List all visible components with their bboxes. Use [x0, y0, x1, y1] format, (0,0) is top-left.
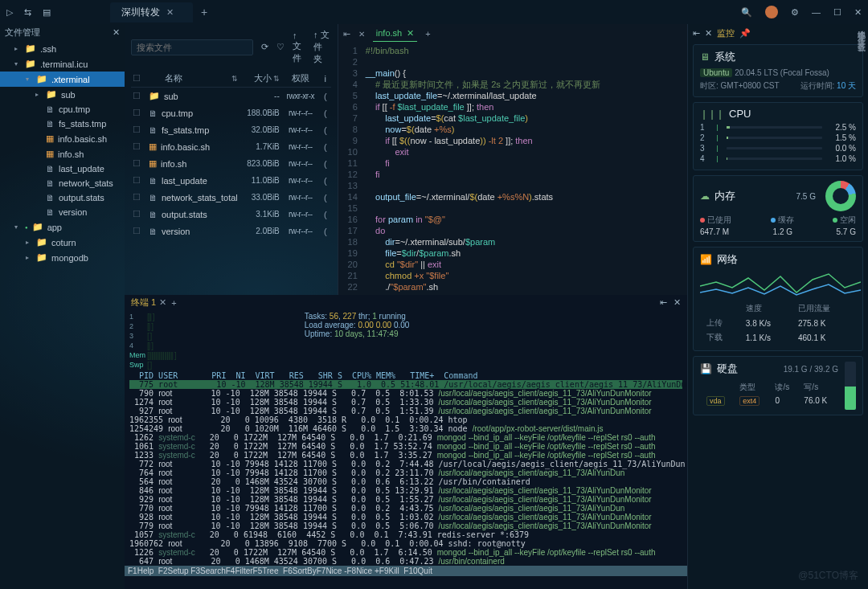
monitor-title: 监控: [717, 27, 735, 39]
transfer-icon[interactable]: ⇆: [24, 7, 31, 18]
process-row[interactable]: 790 root 10 -10 128M 38548 19944 S 0.7 0…: [129, 389, 682, 398]
process-row[interactable]: 1274 root 10 -10 128M 38548 19944 S 0.7 …: [129, 398, 682, 407]
disk-card: 💾硬盘 19.1 G / 39.2 G 类型读/s写/s vdaext4076.…: [693, 356, 863, 415]
panel-close-icon[interactable]: ✕: [358, 30, 365, 39]
run-icon[interactable]: ▷: [6, 7, 13, 18]
tree-item[interactable]: ▸📁mongodb: [0, 250, 125, 265]
list-icon[interactable]: ▤: [43, 7, 51, 18]
tree-item[interactable]: ▸📁.ssh: [0, 41, 125, 56]
tree-item[interactable]: ▦info.sh: [0, 146, 125, 162]
process-row[interactable]: 775 root 10 -10 128M 38548 19944 S 1.0 0…: [129, 380, 682, 389]
process-row[interactable]: 928 root 10 -10 128M 38548 19944 S 0.0 0…: [129, 513, 682, 522]
process-row[interactable]: 770 root 10 -10 79948 14128 11700 S 0.0 …: [129, 504, 682, 513]
process-row[interactable]: 846 root 10 -10 128M 38548 19944 S 0.0 0…: [129, 486, 682, 495]
tree-item[interactable]: ▦info.basic.sh: [0, 131, 125, 146]
file-row[interactable]: ☐🗎network_stats_total33.0BiBrw-r--r--(: [131, 189, 331, 206]
search-icon[interactable]: 🔍: [741, 7, 752, 18]
wifi-icon: 📶: [700, 254, 712, 265]
terminal-tab[interactable]: 终端 1: [131, 297, 156, 309]
sidebar-close-icon[interactable]: ✕: [113, 27, 120, 38]
sidebar-title: 文件管理: [5, 27, 40, 39]
col-name[interactable]: 名称: [165, 72, 230, 84]
terminal-close-icon[interactable]: ✕: [159, 297, 166, 308]
panel-close-icon[interactable]: ✕: [705, 28, 712, 39]
close-window-icon[interactable]: ✕: [854, 7, 862, 18]
tree-item[interactable]: 🗎fs_stats.tmp: [0, 117, 125, 131]
tree-item[interactable]: ▾📁.xterminal: [0, 72, 125, 87]
cpu-card: ❘❘❘CPU 1❘2.5 %2❘1.5 %3❘0.0 %4❘1.0 %: [693, 102, 863, 170]
process-row[interactable]: 1254249 root 20 0 1020M 116M 46460 S 0.0…: [129, 424, 682, 433]
process-row[interactable]: 1262 systemd-c 20 0 1722M 127M 64540 S 0…: [129, 433, 682, 442]
monitor-icon: 🖥: [700, 51, 710, 63]
process-row[interactable]: 1057 systemd-c 20 0 61948 6160 4452 S 0.…: [129, 530, 682, 539]
add-tab-button[interactable]: +: [201, 6, 207, 18]
panel-collapse-icon[interactable]: ⇤: [693, 28, 700, 39]
file-row[interactable]: ☐🗎fs_stats.tmp32.0BiBrw-r--r--(: [131, 121, 331, 138]
tree-item[interactable]: 🗎last_update: [0, 162, 125, 176]
gear-icon[interactable]: ⚙: [791, 7, 799, 18]
process-row[interactable]: 1061 systemd-c 20 0 1722M 127M 64540 S 0…: [129, 442, 682, 451]
close-icon[interactable]: ✕: [166, 7, 174, 18]
tree-item[interactable]: 🗎network_stats: [0, 176, 125, 190]
file-tree-sidebar: 文件管理 ✕ ▸📁.ssh▾📁.terminal.icu▾📁.xterminal…: [0, 24, 125, 589]
col-perm[interactable]: 权限: [280, 72, 321, 84]
panel-close-icon[interactable]: ✕: [674, 297, 681, 308]
tree-item[interactable]: ▸📁sub: [0, 87, 125, 102]
col-size[interactable]: 大小: [254, 73, 272, 83]
system-card: 🖥系统 Ubuntu 20.04.5 LTS (Focal Fossa) 时区:…: [693, 44, 863, 97]
process-row[interactable]: 779 root 10 -10 128M 38548 19944 S 0.0 0…: [129, 522, 682, 530]
process-row[interactable]: 929 root 10 -10 128M 38548 19944 S 0.0 0…: [129, 495, 682, 504]
memory-donut: [825, 181, 856, 211]
file-row[interactable]: ☐▦info.sh823.0BiBrw-r--r--(: [131, 155, 331, 172]
tree-item[interactable]: 🗎cpu.tmp: [0, 102, 125, 117]
tree-item[interactable]: 🗎output.stats: [0, 190, 125, 205]
file-row[interactable]: ☐🗎cpu.tmp188.0BiBrw-r--r--(: [131, 104, 331, 121]
process-row[interactable]: 564 root 20 0 1468M 43524 30700 S 0.0 0.…: [129, 477, 682, 486]
upload-folder-button[interactable]: ↑ 文件夹: [313, 29, 331, 65]
avatar[interactable]: [765, 6, 778, 18]
tree-item[interactable]: 🗎version: [0, 205, 125, 219]
minimize-icon[interactable]: —: [812, 7, 821, 17]
file-row[interactable]: ☐🗎output.stats3.1KiBrw-r--r--(: [131, 206, 331, 223]
process-row[interactable]: 647 root 20 0 1468M 43524 30700 S 0.0 0.…: [129, 557, 682, 566]
process-row[interactable]: 1960762 root 20 0 13896 9108 7700 S 0.0 …: [129, 539, 682, 548]
tree-item[interactable]: ▾●📁app: [0, 219, 125, 235]
add-terminal[interactable]: +: [171, 298, 176, 308]
memory-card: ☁内存 7.5 G 已使用 缓存 空闲 647.7 M 1.2 G 5.7 G: [693, 175, 863, 242]
process-row[interactable]: 927 root 10 -10 128M 38548 19944 S 0.7 0…: [129, 407, 682, 415]
file-row[interactable]: ☐🗎last_update11.0BiBrw-r--r--(: [131, 172, 331, 189]
panel-collapse-icon[interactable]: ⇤: [660, 297, 667, 308]
htop-footer[interactable]: F1Help F2Setup F3SearchF4FilterF5Tree F6…: [125, 566, 687, 576]
tree-item[interactable]: ▾📁.terminal.icu: [0, 56, 125, 72]
heart-icon[interactable]: ♡: [276, 42, 285, 52]
pin-icon[interactable]: 📌: [739, 28, 751, 39]
refresh-icon[interactable]: ⟳: [261, 42, 268, 52]
process-header[interactable]: PID USER PRI NI VIRT RES SHR S CPU% MEM%…: [129, 371, 682, 380]
file-row[interactable]: ☐🗎version2.0BiBrw-r--r--(: [131, 223, 331, 239]
connection-tab[interactable]: 深圳转发 ✕: [110, 2, 193, 22]
process-row[interactable]: 1962355 root 20 0 10096 4380 3518 R 0.0 …: [129, 415, 682, 424]
editor-tab[interactable]: info.sh ✕: [373, 26, 417, 42]
cpu-icon: ❘❘❘: [700, 108, 724, 120]
tree-item[interactable]: ▸📁coturn: [0, 235, 125, 250]
search-input[interactable]: [131, 39, 253, 55]
file-row[interactable]: ☐📁sub--rwxr-xr-x(: [131, 88, 331, 104]
process-row[interactable]: 764 root 10 -10 79948 14128 11700 S 0.0 …: [129, 468, 682, 477]
panel-collapse-icon[interactable]: ⇤: [343, 29, 350, 39]
cpu-mem-bars: 1[|| ] 2[| ] 3[ ] 4[| ] Mem[||||||||||||: [129, 312, 176, 370]
add-editor-tab[interactable]: +: [425, 29, 430, 39]
disk-usage-bar: [845, 362, 856, 410]
monitor-panel: ⇤ ✕ 监控 📌 🖥系统 Ubuntu 20.04.5 LTS (Focal F…: [687, 24, 868, 589]
process-row[interactable]: 1226 systemd-c 20 0 1722M 127M 64540 S 0…: [129, 548, 682, 557]
close-icon[interactable]: ✕: [407, 28, 414, 39]
cpu-core-row: 1❘2.5 %: [700, 123, 856, 132]
upload-file-button[interactable]: ↑ 文件: [293, 31, 305, 64]
right-edge-tabs[interactable]: 本地终端 上传任务 下载任务: [855, 24, 866, 37]
maximize-icon[interactable]: ☐: [833, 7, 841, 18]
process-row[interactable]: 772 root 10 -10 79948 14128 11700 S 0.0 …: [129, 460, 682, 468]
col-info[interactable]: i: [321, 74, 330, 84]
process-row[interactable]: 1233 systemd-c 20 0 1722M 127M 64540 S 0…: [129, 451, 682, 460]
disk-icon: 💾: [700, 363, 712, 374]
file-row[interactable]: ☐▦info.basic.sh1.7KiBrw-r--r--(: [131, 138, 331, 155]
code-content[interactable]: #!/bin/bash __main() { # 最近更新时间文件，如果是 2s…: [362, 43, 687, 295]
